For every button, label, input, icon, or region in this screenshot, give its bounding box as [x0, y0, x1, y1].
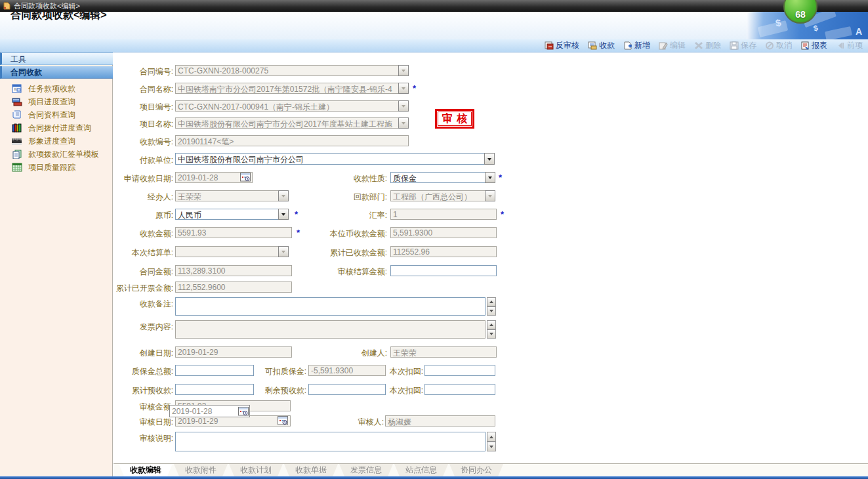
scroll-up-button[interactable]	[487, 297, 496, 306]
currency-label: 原币:	[98, 210, 173, 221]
add-button[interactable]: 新增	[623, 40, 650, 51]
scroll-up-button[interactable]	[487, 432, 496, 442]
sidebar-item-contract-info[interactable]: 合同资料查询	[12, 109, 75, 121]
calculator-key	[758, 20, 789, 37]
settlement-field	[175, 246, 279, 257]
document-icon	[3, 2, 10, 10]
payer-dropdown-button[interactable]	[484, 153, 495, 165]
creator-field: 王荣荣	[390, 346, 497, 358]
exchange-rate-label: 汇率:	[312, 210, 387, 221]
return-dept-field: 工程部（广西总公司）	[390, 190, 486, 201]
receipt-no-label: 收款编号:	[98, 136, 173, 148]
audit-date-calendar-button[interactable]	[278, 415, 288, 425]
scroll-down-button[interactable]	[487, 329, 496, 339]
edit-icon	[659, 41, 668, 50]
window-title: 合同款项收款<编辑>	[14, 1, 80, 11]
project-no-field: CTC-GXNN-2017-000941（南宁-锦乐土建）	[175, 100, 399, 112]
sidebar-item-project-progress[interactable]: 项目进度查询	[12, 96, 75, 108]
unaudit-button[interactable]: 反审核	[545, 40, 579, 51]
tab-invoice-info[interactable]: 发票信息	[339, 464, 393, 476]
invoice-content-label: 发票内容:	[98, 322, 173, 333]
scroll-down-button[interactable]	[487, 306, 496, 316]
advance-total-field[interactable]	[175, 384, 254, 395]
cancel-icon	[765, 41, 774, 50]
calendar-icon	[278, 415, 288, 425]
form-icon	[12, 84, 22, 93]
contract-no-field: CTC-GXNN-2018-000275	[175, 65, 399, 76]
window-bottom-border	[0, 476, 868, 479]
ruler-icon	[12, 136, 22, 146]
sidebar-item-task-receipt[interactable]: 任务款项收款	[12, 83, 75, 94]
scroll-up-button[interactable]	[487, 320, 496, 329]
deduct-now-field[interactable]	[424, 384, 495, 395]
report-button[interactable]: 报表	[800, 40, 827, 51]
save-button: 保存	[730, 40, 756, 51]
audit-note-field[interactable]	[175, 432, 486, 451]
scroll-down-button[interactable]	[487, 442, 496, 451]
audit-note-label: 审核说明:	[98, 433, 173, 444]
handler-field: 王荣荣	[175, 190, 279, 201]
previous-button: 前项	[836, 40, 863, 51]
arrow-left-icon	[836, 41, 845, 50]
calendar-icon	[238, 406, 249, 416]
handler-label: 经办人:	[98, 192, 173, 203]
sidebar-tools-header[interactable]: 工具	[0, 52, 113, 65]
total-invoiced-label: 累计已开票金额:	[98, 283, 173, 294]
apply-date-label: 申请收款日期:	[98, 173, 173, 184]
tab-receipt-edit[interactable]: 收款编辑	[119, 464, 173, 476]
audit-amount-label: 审核金额:	[98, 402, 173, 413]
sidebar-item-image-progress[interactable]: 形象进度查询	[12, 135, 75, 147]
receipt-amount-field: 5591.93	[175, 227, 292, 238]
save-icon	[730, 41, 739, 50]
payer-label: 付款单位:	[98, 155, 173, 166]
window-titlebar: 合同款项收款<编辑>	[0, 0, 868, 12]
layers-icon	[12, 97, 22, 106]
tab-receipt-plan[interactable]: 收款计划	[229, 464, 283, 476]
deduct-now-label: 本次扣回:	[362, 385, 423, 396]
deduct-now-field[interactable]	[424, 365, 495, 376]
currency-field[interactable]: 人民币	[175, 209, 279, 220]
exchange-rate-field: 1	[390, 209, 497, 220]
payer-field[interactable]: 中国铁塔股份有限公司南宁市分公司	[175, 153, 485, 165]
contract-no-dropdown-button	[398, 65, 409, 76]
project-no-dropdown-button	[398, 100, 409, 112]
receipt-type-label: 收款性质:	[312, 173, 387, 184]
floating-date-calendar-button[interactable]	[238, 406, 249, 416]
grid-icon	[12, 163, 22, 172]
retention-total-label: 质保金总额:	[98, 366, 173, 377]
receipt-type-field[interactable]: 质保金	[390, 172, 486, 183]
audit-stamp: 审核	[435, 109, 474, 129]
sidebar-section-contract-receipt[interactable]: 合同收款	[0, 66, 113, 79]
sidebar-item-contract-payment-progress[interactable]: 合同拨付进度查询	[12, 122, 91, 134]
receive-button[interactable]: 收款	[588, 40, 615, 51]
contract-no-label: 合同编号:	[98, 66, 173, 77]
tab-site-info[interactable]: 站点信息	[394, 464, 448, 476]
app-window: 合同款项收款<编辑> $ $ A 68 合同款项收款<编辑> 反审核 收款 新增…	[0, 0, 868, 479]
contract-name-label: 合同名称:	[98, 84, 173, 95]
audit-settle-amount-field[interactable]	[390, 265, 497, 276]
tab-receipt-attachment[interactable]: 收款附件	[174, 464, 228, 476]
receipt-type-dropdown-button[interactable]	[485, 172, 495, 183]
receipt-amount-label: 收款金额:	[98, 228, 173, 240]
sidebar: 工具 合同收款 任务款项收款 项目进度查询 合同资料查询 合同拨付进度查询 形象…	[0, 52, 113, 476]
required-mark: *	[297, 228, 300, 238]
apply-date-calendar-button[interactable]	[240, 172, 251, 182]
create-date-label: 创建日期:	[98, 348, 173, 359]
tab-receipt-document[interactable]: 收款单据	[284, 464, 338, 476]
audit-settle-amount-label: 审核结算金额:	[312, 266, 387, 278]
page-header	[0, 12, 868, 39]
retention-total-field[interactable]	[175, 365, 254, 376]
handler-dropdown-button	[278, 190, 289, 201]
sidebar-item-project-quality[interactable]: 项目质量跟踪	[12, 161, 75, 173]
receipt-note-field[interactable]	[175, 297, 486, 316]
add-icon	[623, 41, 632, 50]
tab-collaboration[interactable]: 协同办公	[449, 464, 503, 476]
floating-date-picker[interactable]: 2019-01-28	[169, 405, 250, 417]
auditor-label: 审核人:	[309, 417, 384, 428]
toolbar: 反审核 收款 新增 编辑 删除 保存 取消 报表	[0, 39, 868, 52]
return-dept-dropdown-button	[485, 190, 495, 201]
required-mark: *	[295, 209, 298, 219]
currency-dropdown-button[interactable]	[278, 209, 289, 220]
letter-a-glyph: A	[856, 26, 862, 37]
sidebar-item-payment-sign-template[interactable]: 款项拨款汇签单模板	[12, 148, 99, 160]
